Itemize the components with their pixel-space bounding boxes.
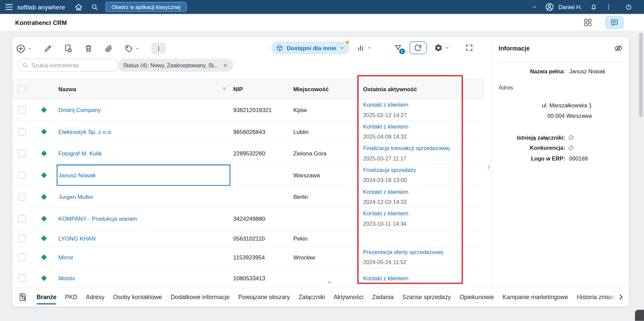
status-diamond-icon	[41, 235, 47, 241]
contractor-name-link[interactable]: Fotograf M. Kulik	[58, 150, 102, 157]
tab-kampanie-marketingowe[interactable]: Kampanie marketingowe	[503, 288, 568, 307]
home-icon[interactable]	[74, 3, 83, 11]
hide-panel-eye-icon[interactable]	[614, 43, 623, 53]
table-row[interactable]: Fotograf M. Kulik2289532260Zielona GóraF…	[12, 143, 479, 165]
vertical-scrollbar-thumb[interactable]	[639, 33, 643, 117]
table-row[interactable]: Janusz NowakWarszawaFinalizacja sprzedaż…	[12, 165, 479, 186]
tags-button[interactable]	[124, 44, 139, 53]
search-icon	[22, 62, 29, 69]
contractor-name-link[interactable]: Mostix	[58, 275, 75, 282]
row-checkbox[interactable]	[12, 235, 32, 242]
address-line1: ul. Marszałkowska 1	[542, 101, 592, 111]
notifications-bell-icon[interactable]	[590, 3, 598, 11]
close-icon[interactable]	[223, 63, 228, 68]
edit-button[interactable]	[43, 44, 52, 53]
activity-link[interactable]: Kontakt z klientem	[363, 121, 479, 132]
search-icon[interactable]	[91, 3, 98, 11]
contractor-name-link[interactable]: Dmitrij Company	[58, 107, 101, 113]
activity-link[interactable]: Finalizacja sprzedaży	[363, 165, 479, 175]
document-search-icon[interactable]	[18, 292, 28, 302]
row-status	[32, 151, 57, 155]
row-checkbox[interactable]	[12, 128, 32, 135]
table-row[interactable]: LYONG KHAN0563102110Pekin	[12, 230, 479, 247]
tab-zadania[interactable]: Zadania	[372, 288, 394, 307]
table-row[interactable]: Elektrostyk Sp. z o.o.9656026843LublinKo…	[12, 121, 479, 143]
tabs-scroll-right-chevron-icon[interactable]	[607, 288, 629, 307]
open-classic-app-button[interactable]: Otwórz w aplikacji klasycznej	[105, 2, 187, 12]
refresh-button[interactable]	[409, 41, 426, 54]
dashboard-grid-icon[interactable]	[583, 18, 592, 27]
row-checkbox[interactable]	[12, 150, 32, 157]
duplicate-button[interactable]	[64, 44, 73, 53]
tab-bran-e[interactable]: Branże	[37, 288, 57, 307]
row-checkbox[interactable]	[12, 215, 32, 222]
row-checkbox[interactable]	[12, 253, 32, 261]
column-header-nazwa[interactable]: Nazwa	[57, 79, 230, 99]
fullscreen-button[interactable]	[465, 43, 474, 52]
sort-ascending-icon[interactable]	[221, 86, 227, 92]
status-diamond-icon	[41, 150, 47, 156]
contractor-name-link[interactable]: Janusz Nowak	[58, 172, 96, 179]
table-row[interactable]: Mostix1080533413Kontakt z klientem	[12, 268, 479, 287]
bottom-tabs: BranżePKDAdresyOsoby kontaktoweDodatkowe…	[37, 288, 629, 307]
row-checkbox[interactable]	[12, 193, 32, 201]
contractor-name-link[interactable]: Jurgen Muller	[58, 194, 93, 201]
user-name[interactable]: Daniel H.	[558, 4, 582, 10]
delete-button[interactable]	[84, 44, 93, 53]
tab-dodatkowe-informacje[interactable]: Dodatkowe informacje	[171, 288, 230, 307]
filter-button[interactable]: 1	[394, 44, 402, 52]
topbar-chevron-down-icon[interactable]	[532, 4, 537, 10]
activity-link[interactable]: Kontakt z klientem	[363, 208, 479, 218]
status-diamond-icon	[41, 194, 47, 200]
activity-link[interactable]: Finalizacja transakcji sprzedażowej	[363, 143, 479, 153]
tab-za-czniki[interactable]: Załączniki	[298, 288, 325, 307]
activity-link[interactable]: Kontakt z klientem	[363, 273, 479, 283]
table-row[interactable]: Dmitrij Company938212018321KijówKontakt …	[12, 99, 479, 121]
panel-expand-chevron-icon[interactable]	[485, 164, 492, 171]
search-input[interactable]	[31, 62, 115, 68]
attachment-button[interactable]	[104, 44, 113, 53]
tab-pkd[interactable]: PKD	[65, 288, 77, 307]
activity-link[interactable]: Kontakt z klientem	[363, 187, 479, 197]
menu-icon[interactable]	[5, 4, 13, 10]
row-activity: Kontakt z klientem2025-04-09 14:32	[360, 121, 479, 142]
logout-power-icon[interactable]	[625, 3, 633, 11]
settings-button[interactable]	[434, 43, 449, 52]
column-header-miejscowosc[interactable]: Miejscowość	[290, 86, 360, 93]
tab-adresy[interactable]: Adresy	[86, 288, 104, 307]
collapse-up-icon[interactable]	[326, 279, 333, 285]
table-row[interactable]: Mirror1153923954WrocławPrezentacja ofert…	[12, 247, 479, 268]
tab-aktywno-ci[interactable]: Aktywności	[334, 288, 363, 307]
table-row[interactable]: Jurgen MullerBerlinKontakt z klientem202…	[12, 186, 479, 208]
contractor-name-link[interactable]: KOMPANY - Produkcja wanien	[58, 215, 137, 222]
add-button[interactable]	[16, 44, 32, 53]
row-checkbox[interactable]	[12, 172, 32, 179]
tab-szanse-sprzeda-y[interactable]: Szanse sprzedaży	[402, 288, 451, 307]
tab-opiekunowie[interactable]: Opiekunowie	[459, 288, 494, 307]
address-line2: 00-004 Warszawa	[542, 111, 592, 121]
chevron-down-icon	[28, 46, 32, 50]
activity-link[interactable]: Prezentacja oferty sprzedażowej	[363, 247, 479, 257]
select-all-checkbox[interactable]	[12, 85, 32, 93]
status-diamond-icon	[41, 254, 47, 260]
app-brand: softlab anywhere	[17, 3, 65, 10]
status-filter-chip[interactable]: Status (4): Nowy, Zaakceptowany, St...	[118, 59, 233, 72]
pencil-icon	[43, 44, 52, 53]
contractor-name-link[interactable]: LYONG KHAN	[58, 235, 96, 242]
table-row[interactable]: KOMPANY - Produkcja wanien3424249880Kont…	[12, 208, 479, 230]
column-header-nip[interactable]: NIP	[230, 86, 290, 93]
row-checkbox[interactable]	[12, 275, 32, 282]
user-avatar-icon[interactable]	[545, 2, 554, 11]
contractor-name-link[interactable]: Mirror	[58, 254, 73, 260]
charts-button[interactable]	[357, 44, 372, 52]
tab-powi-zane-obszary[interactable]: Powiązane obszary	[238, 288, 290, 307]
chat-button[interactable]	[605, 16, 623, 29]
activity-link[interactable]: Kontakt z klientem	[363, 100, 479, 110]
tab-osoby-kontaktowe[interactable]: Osoby kontaktowe	[113, 288, 162, 307]
availability-filter-button[interactable]: Dostępni dla mnie	[271, 41, 349, 54]
more-tools-button[interactable]	[151, 43, 166, 54]
row-checkbox[interactable]	[12, 106, 32, 114]
contractor-name-link[interactable]: Elektrostyk Sp. z o.o.	[58, 129, 112, 135]
more-options-icon[interactable]	[605, 4, 612, 10]
column-header-ostatnia-aktywnosc[interactable]: Ostatnia aktywność	[360, 84, 484, 94]
